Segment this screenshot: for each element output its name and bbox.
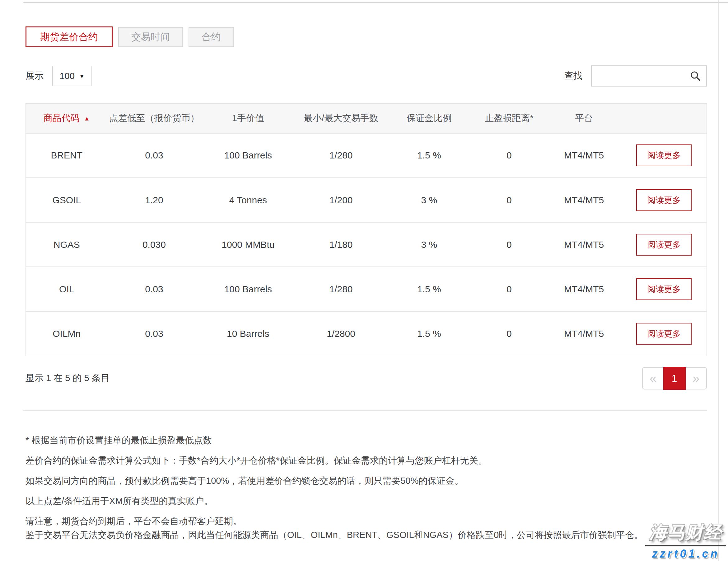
- cell-symbol: BRENT: [26, 133, 108, 178]
- read-more-button[interactable]: 阅读更多: [636, 323, 692, 345]
- cell-symbol: OILMn: [26, 311, 108, 356]
- watermark-underline: [645, 545, 726, 546]
- cell-spread: 0.03: [108, 133, 201, 178]
- tab-trading-hours[interactable]: 交易时间: [118, 27, 183, 47]
- pagination-page-1-button[interactable]: 1: [663, 367, 686, 390]
- cell-lot-value: 100 Barrels: [201, 267, 295, 311]
- column-header-label: 商品代码: [44, 113, 80, 123]
- footnote: 如果交易同方向的商品，预付款比例需要高于100%，若使用差价合约锁仓交易的话，则…: [26, 474, 707, 488]
- cell-stop-distance: 0: [472, 222, 547, 267]
- cell-lot-value: 4 Tonnes: [201, 178, 295, 222]
- column-header-min-max-lots[interactable]: 最小/最大交易手数: [295, 104, 386, 133]
- search-box: [591, 65, 707, 86]
- pagination-prev-button[interactable]: «: [642, 367, 663, 390]
- angle-double-right-icon: »: [693, 372, 699, 385]
- column-header-spread[interactable]: 点差低至（报价货币）: [108, 104, 201, 133]
- cell-margin: 1.5 %: [387, 311, 472, 356]
- cell-symbol: NGAS: [26, 222, 108, 267]
- search-icon: [689, 70, 701, 82]
- cell-min-max: 1/2800: [295, 311, 386, 356]
- page: 期货差价合约 交易时间 合约 展示 100 ▼ 查找: [0, 0, 728, 561]
- watermark-domain-text: zzrt01.cn: [645, 547, 726, 560]
- pagination-next-button[interactable]: »: [686, 367, 707, 390]
- cell-action: 阅读更多: [621, 133, 707, 178]
- cell-symbol: GSOIL: [26, 178, 108, 222]
- footnote-line: 请注意，期货合约到期后，平台不会自动帮客户延期。: [26, 516, 242, 526]
- sort-ascending-icon: ▲: [84, 115, 90, 122]
- cell-spread: 0.03: [108, 267, 201, 311]
- instruments-table: 商品代码▲ 点差低至（报价货币） 1手价值 最小/最大交易手数 保证金比例 止盈…: [26, 103, 707, 356]
- page-size-select[interactable]: 100 ▼: [52, 66, 92, 86]
- main-content: 期货差价合约 交易时间 合约 展示 100 ▼ 查找: [26, 0, 707, 548]
- cell-stop-distance: 0: [472, 311, 547, 356]
- show-label: 展示: [26, 70, 44, 82]
- table-header-row: 商品代码▲ 点差低至（报价货币） 1手价值 最小/最大交易手数 保证金比例 止盈…: [26, 104, 707, 133]
- table-row: NGAS 0.030 1000 MMBtu 1/180 3 % 0 MT4/MT…: [26, 222, 707, 267]
- cell-lot-value: 1000 MMBtu: [201, 222, 295, 267]
- section-divider: [23, 410, 707, 411]
- cell-stop-distance: 0: [472, 178, 547, 222]
- cell-min-max: 1/280: [295, 133, 386, 178]
- cell-lot-value: 10 Barrels: [201, 311, 295, 356]
- search-label: 查找: [564, 70, 582, 82]
- cell-spread: 0.030: [108, 222, 201, 267]
- cell-margin: 3 %: [387, 222, 472, 267]
- table-footer: 显示 1 在 5 的 5 条目 « 1 »: [26, 367, 707, 390]
- cell-action: 阅读更多: [621, 311, 707, 356]
- angle-double-left-icon: «: [650, 372, 656, 385]
- column-header-margin[interactable]: 保证金比例: [387, 104, 472, 133]
- cell-action: 阅读更多: [621, 267, 707, 311]
- cell-action: 阅读更多: [621, 178, 707, 222]
- watermark-logo-text: 海马财经: [645, 521, 726, 545]
- footnotes: * 根据当前市价设置挂单的最低止损盈最低点数 差价合约的保证金需求计算公式如下：…: [26, 433, 707, 542]
- cell-stop-distance: 0: [472, 267, 547, 311]
- cell-min-max: 1/180: [295, 222, 386, 267]
- page-size-group: 展示 100 ▼: [26, 66, 92, 86]
- footnote: * 根据当前市价设置挂单的最低止损盈最低点数: [26, 433, 707, 447]
- read-more-button[interactable]: 阅读更多: [636, 144, 692, 166]
- cell-lot-value: 100 Barrels: [201, 133, 295, 178]
- column-header-platform[interactable]: 平台: [547, 104, 622, 133]
- site-watermark: 海马财经 zzrt01.cn: [645, 521, 726, 560]
- cell-stop-distance: 0: [472, 133, 547, 178]
- cell-margin: 1.5 %: [387, 267, 472, 311]
- cell-spread: 1.20: [108, 178, 201, 222]
- table-row: BRENT 0.03 100 Barrels 1/280 1.5 % 0 MT4…: [26, 133, 707, 178]
- search-group: 查找: [564, 65, 707, 86]
- cell-min-max: 1/280: [295, 267, 386, 311]
- cell-action: 阅读更多: [621, 222, 707, 267]
- tab-bar: 期货差价合约 交易时间 合约: [26, 26, 707, 47]
- footnote: 差价合约的保证金需求计算公式如下：手数*合约大小*开仓价格*保证金比例。保证金需…: [26, 454, 707, 467]
- table-row: GSOIL 1.20 4 Tonnes 1/200 3 % 0 MT4/MT5 …: [26, 178, 707, 222]
- right-page-border: [718, 0, 719, 561]
- cell-platform: MT4/MT5: [547, 267, 622, 311]
- tab-futures-cfd[interactable]: 期货差价合约: [26, 26, 113, 47]
- page-size-value: 100: [59, 71, 74, 81]
- cell-symbol: OIL: [26, 267, 108, 311]
- footnote: 请注意，期货合约到期后，平台不会自动帮客户延期。鉴于交易平台无法交易负价格金融商…: [26, 514, 707, 542]
- tab-contract[interactable]: 合约: [189, 27, 234, 47]
- cell-margin: 1.5 %: [387, 133, 472, 178]
- cell-platform: MT4/MT5: [547, 178, 622, 222]
- pagination: « 1 »: [642, 367, 707, 390]
- search-input[interactable]: [592, 66, 706, 86]
- footnote: 以上点差/条件适用于XM所有类型的真实账户。: [26, 494, 707, 508]
- cell-min-max: 1/200: [295, 178, 386, 222]
- chevron-down-icon: ▼: [79, 73, 85, 79]
- cell-platform: MT4/MT5: [547, 311, 622, 356]
- table-row: OIL 0.03 100 Barrels 1/280 1.5 % 0 MT4/M…: [26, 267, 707, 311]
- cell-platform: MT4/MT5: [547, 222, 622, 267]
- footnote-line: 鉴于交易平台无法交易负价格金融商品，因此当任何能源类商品（OIL、OILMn、B…: [26, 530, 643, 540]
- entries-summary: 显示 1 在 5 的 5 条目: [26, 372, 110, 385]
- read-more-button[interactable]: 阅读更多: [636, 189, 692, 211]
- column-header-symbol[interactable]: 商品代码▲: [26, 104, 108, 133]
- column-header-lot-value[interactable]: 1手价值: [201, 104, 295, 133]
- cell-platform: MT4/MT5: [547, 133, 622, 178]
- cell-spread: 0.03: [108, 311, 201, 356]
- read-more-button[interactable]: 阅读更多: [636, 234, 692, 255]
- table-controls: 展示 100 ▼ 查找: [26, 65, 707, 86]
- column-header-stop-distance[interactable]: 止盈损距离*: [472, 104, 547, 133]
- cell-margin: 3 %: [387, 178, 472, 222]
- table-row: OILMn 0.03 10 Barrels 1/2800 1.5 % 0 MT4…: [26, 311, 707, 356]
- read-more-button[interactable]: 阅读更多: [636, 278, 692, 300]
